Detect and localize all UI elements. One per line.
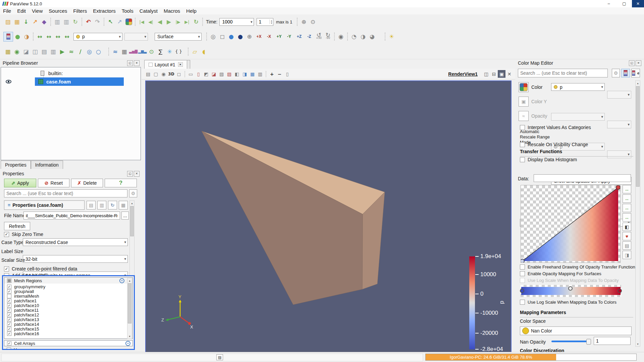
freehand-row[interactable]: Enable Freehand Drawing Of Opacity Trans… xyxy=(520,264,635,269)
skip-zero-time-row[interactable]: ✓ Skip Zero Time xyxy=(4,232,43,237)
save-screenshot-camera-icon[interactable]: ◉ xyxy=(160,70,167,78)
camera-undo-icon[interactable]: ↖ xyxy=(106,17,115,26)
export-scene-icon[interactable]: ↗ xyxy=(31,17,40,26)
cell-array-row-partial[interactable]: ✓ U xyxy=(4,347,133,350)
camera-redo-icon[interactable]: ↗ xyxy=(115,17,124,26)
checkbox[interactable]: ✓ xyxy=(7,348,11,350)
cell-arrays-checkbox[interactable]: ✓ xyxy=(7,341,11,346)
colormap-search-input[interactable] xyxy=(518,69,608,77)
view-plus-x-button[interactable]: +X xyxy=(254,33,264,41)
programmable-filter-icon[interactable]: { } xyxy=(174,47,183,56)
interactive-select-cells-icon[interactable]: ◨ xyxy=(241,70,249,78)
ruler-icon[interactable]: ▱ xyxy=(190,47,199,56)
hover-cells-icon[interactable]: ▥ xyxy=(256,70,264,78)
component-combobox[interactable]: ▾ xyxy=(124,33,148,41)
tf-rescale-data-range-icon[interactable]: ↔ xyxy=(623,185,631,193)
threshold-filter-icon[interactable]: ▤ xyxy=(40,47,49,56)
clear-selection-icon[interactable]: ▯ xyxy=(283,70,291,78)
color-y-combobox[interactable]: ▾ xyxy=(551,113,605,121)
checkbox[interactable]: ✓ xyxy=(7,313,11,317)
plot-over-time-icon[interactable]: ▂▆▃ xyxy=(138,47,147,56)
catalyst-icon[interactable]: ◆ xyxy=(40,17,49,26)
menu-file[interactable]: File xyxy=(0,7,14,14)
representation-combobox[interactable]: Surface▾ xyxy=(155,33,202,41)
advanced-tf-icon[interactable]: ◨ xyxy=(623,251,631,259)
menu-extractors[interactable]: Extractors xyxy=(90,7,119,14)
calculator-filter-icon[interactable]: ▦ xyxy=(3,47,12,56)
gradient-handle-low[interactable] xyxy=(520,289,524,293)
time-input[interactable] xyxy=(222,19,242,24)
rescale-over-time-icon[interactable]: ↔ xyxy=(62,32,71,41)
display-histogram-checkbox[interactable] xyxy=(520,157,525,162)
color-y-component-combobox[interactable]: ▾ xyxy=(607,121,631,128)
mesh-region-row[interactable]: ✓patch/face1 xyxy=(4,298,132,303)
menu-help[interactable]: Help xyxy=(183,7,200,14)
next-frame-button[interactable]: |▶ xyxy=(173,17,182,26)
select-frustum-cells-icon[interactable]: ◩ xyxy=(202,70,210,78)
loop-button[interactable]: ↻ xyxy=(192,17,201,26)
rotate-90-cw-icon[interactable]: ↻-90 xyxy=(323,32,332,41)
mesh-region-row[interactable]: ✓patch/face12 xyxy=(4,312,132,317)
warp-filter-icon[interactable]: ∕ xyxy=(76,47,85,56)
checkbox[interactable]: ✓ xyxy=(7,331,11,336)
label-size-combobox[interactable]: 32-bit▾ xyxy=(23,255,128,263)
save-data-icon[interactable]: ▦ xyxy=(12,17,21,26)
set-solid-color-icon[interactable]: ● xyxy=(13,32,22,41)
temporal-interpolator-icon[interactable]: ✳ xyxy=(165,47,174,56)
python-calculator-icon[interactable]: ∑ xyxy=(156,47,165,56)
freehand-checkbox[interactable] xyxy=(520,264,525,269)
undo-icon[interactable]: ↶ xyxy=(84,17,93,26)
edit-color-array-icon[interactable] xyxy=(519,82,529,92)
select-cells-rect-icon[interactable]: ▭ xyxy=(187,70,195,78)
pipeline-item-builtin[interactable]: builtin: xyxy=(1,69,141,77)
contour-filter-icon[interactable]: ◉ xyxy=(12,47,21,56)
menu-edit[interactable]: Edit xyxy=(14,7,29,14)
grow-selection-icon[interactable]: + xyxy=(268,70,276,78)
paste-properties-icon[interactable]: ▥ xyxy=(97,201,106,209)
opacity-array-icon[interactable]: ≈ xyxy=(519,111,529,121)
nan-opacity-slider-handle[interactable] xyxy=(586,339,591,345)
extract-selection-icon[interactable]: ▦ xyxy=(120,47,129,56)
toggle-3d-button[interactable]: 3D xyxy=(167,70,175,78)
show-center-axes-icon[interactable]: ◑ xyxy=(359,32,368,41)
nan-opacity-input[interactable] xyxy=(594,337,631,345)
zoom-to-time-icon[interactable]: ⊕ xyxy=(299,17,308,26)
color-legend-bar[interactable] xyxy=(469,256,475,349)
log-colors-checkbox[interactable] xyxy=(520,300,525,305)
magnifier-icon[interactable]: ⊕ xyxy=(245,32,254,41)
tf-rescale-custom-icon[interactable]: ↔ xyxy=(623,194,631,203)
close-panel-icon[interactable]: ✕ xyxy=(134,171,140,177)
last-frame-button[interactable]: ▶| xyxy=(182,17,192,26)
probe-location-icon[interactable]: ⊙ xyxy=(147,47,156,56)
colormap-scrollbar[interactable]: ▴ ▾ xyxy=(635,80,640,347)
play-button[interactable]: ▶ xyxy=(164,17,173,26)
menu-catalyst[interactable]: Catalyst xyxy=(137,7,161,14)
undock-icon[interactable]: ◱ xyxy=(127,171,133,177)
reload-properties-icon[interactable]: ↻ xyxy=(108,201,117,209)
reset-camera-icon[interactable]: ◎ xyxy=(209,32,218,41)
mesh-region-row[interactable]: ✓patch/face15 xyxy=(4,326,132,331)
color-gradient-bar[interactable] xyxy=(521,285,621,297)
extract-subset-icon[interactable]: ▥ xyxy=(49,47,58,56)
checkbox[interactable]: ✓ xyxy=(7,289,11,294)
capture-view-icon[interactable]: ▢ xyxy=(152,70,160,78)
undock-icon[interactable]: ◱ xyxy=(127,60,133,66)
rescale-to-visible-range-icon[interactable]: ↔ xyxy=(53,32,62,41)
pipeline-item-casefoam[interactable]: case.foam xyxy=(1,77,141,86)
server-disconnect-icon[interactable]: ▥ xyxy=(62,17,71,26)
close-view-icon[interactable]: ✕ xyxy=(505,70,513,78)
select-points-rect-icon[interactable]: ▯ xyxy=(195,70,202,78)
help-button[interactable]: ? xyxy=(105,179,137,187)
undock-icon[interactable]: ◱ xyxy=(629,60,635,66)
mesh-regions-menu-icon[interactable]: ▾ xyxy=(119,278,124,283)
plot-over-line-icon[interactable]: ≈ xyxy=(111,47,120,56)
save-preset-icon[interactable]: ▤ xyxy=(623,241,631,250)
maximize-view-icon[interactable]: ▣ xyxy=(498,70,505,78)
close-panel-icon[interactable]: ✕ xyxy=(134,60,140,66)
export-view-icon[interactable]: ▤ xyxy=(144,70,152,78)
split-horizontal-icon[interactable]: ◫ xyxy=(482,70,490,78)
tab-information[interactable]: Information xyxy=(31,161,63,169)
tf-rescale-visible-icon[interactable]: ↔ xyxy=(623,204,631,212)
save-extract-icon[interactable]: ↓ xyxy=(21,17,31,26)
file-name-input[interactable] xyxy=(23,212,120,220)
